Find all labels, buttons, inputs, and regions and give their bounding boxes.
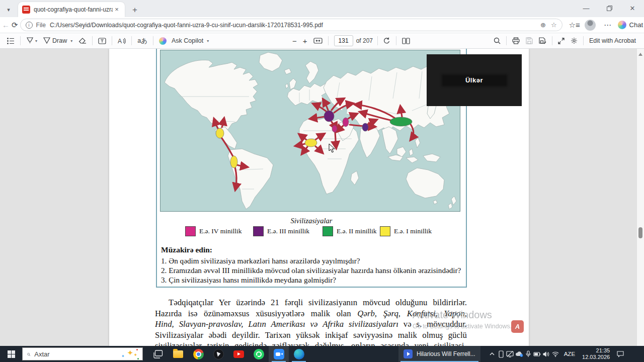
legend-label: E.ə. I minillik [394, 227, 432, 235]
browser-titlebar: ▾ quot-cografiya-quot-fanni-uzra-9 × + —… [0, 0, 644, 17]
more-menu-icon[interactable]: ⋯ [601, 18, 615, 32]
profile-avatar[interactable] [585, 20, 596, 31]
notification-center-icon[interactable] [613, 346, 628, 362]
highlighter-icon[interactable]: ▾ [23, 34, 40, 47]
phone-link-icon[interactable] [497, 346, 506, 362]
acrobat-icon[interactable]: A [511, 320, 524, 333]
close-tab-icon[interactable]: × [113, 6, 121, 14]
onedrive-cloud-icon[interactable]: i [515, 346, 524, 362]
ask-copilot-button[interactable]: Ask Copilot ▾ [156, 34, 212, 47]
microphone-icon[interactable] [524, 346, 533, 362]
url-row-actions: ☆≡ ⋯ Chat [566, 18, 644, 32]
fit-width-icon[interactable] [310, 34, 326, 47]
taskbar-clock[interactable]: 21:35 12.03.2026 [579, 347, 613, 360]
save-as-icon[interactable] [536, 34, 549, 47]
legend-label: E.ə. III minillik [267, 227, 309, 235]
minimize-button[interactable]: — [575, 0, 598, 16]
civilization-marker-west-africa [305, 139, 317, 147]
video-overlay: Ülkər [427, 54, 522, 106]
youtube-icon[interactable] [228, 346, 249, 362]
speaker-icon[interactable] [542, 346, 551, 362]
mouse-cursor-icon [329, 143, 336, 155]
translate-icon[interactable]: aあ [134, 34, 150, 47]
discussion-question: 1. Ən qədim sivilizasiya mərkəzləri hans… [161, 256, 467, 265]
legend-item: E.ə. III minillik [253, 226, 309, 236]
language-indicator[interactable]: AZE [560, 351, 579, 357]
text-box-icon[interactable] [95, 34, 109, 47]
address-bar[interactable]: i File C:/Users/Seyid/Downloads/quot-cog… [20, 19, 562, 31]
print-icon[interactable] [509, 34, 523, 47]
activate-windows-watermark: Activate Windows Go to Settings to activ… [413, 309, 512, 330]
copilot-chat-button[interactable]: Chat [618, 21, 643, 29]
legend-label: E.ə. IV minillik [199, 227, 242, 235]
eraser-icon[interactable] [75, 34, 90, 47]
legend-swatch [380, 226, 390, 236]
page-view-icon[interactable] [399, 34, 413, 47]
browser-tab[interactable]: quot-cografiya-quot-fanni-uzra-9 × [18, 2, 125, 17]
battery-icon[interactable] [533, 346, 542, 362]
display-off-icon[interactable] [506, 346, 515, 362]
close-window-button[interactable]: ✕ [621, 0, 644, 16]
draw-button[interactable]: Draw ▾ [40, 34, 75, 47]
whatsapp-icon[interactable] [249, 346, 269, 362]
taskbar: ⌕ Axtar ✦✦✦ Hilarious Will Ferrell... [0, 346, 644, 362]
system-tray: i AZE 21:35 12.03.2026 [488, 346, 628, 362]
legend-label: E.ə. II minillik [337, 227, 376, 235]
file-explorer-icon[interactable] [168, 346, 188, 362]
zoom-in-icon[interactable]: + [300, 34, 310, 47]
media-player-taskbar-button[interactable]: Hilarious Will Ferrell... [398, 346, 480, 362]
viewer-scrollbar[interactable] [636, 49, 644, 346]
table-of-contents-icon[interactable] [4, 34, 18, 47]
civilization-marker-peru [230, 156, 237, 168]
search-placeholder: Axtar [34, 350, 121, 358]
edge-icon[interactable] [289, 346, 309, 362]
chrome-icon[interactable] [188, 346, 208, 362]
discussion-block: Müzakirə edin: 1. Ən qədim sivilizasiya … [161, 245, 467, 285]
pdf-viewer[interactable]: Sivilizasiyalar E.ə. IV minillik E.ə. II… [0, 49, 644, 346]
save-icon[interactable] [523, 34, 536, 47]
favorite-star-icon[interactable]: ☆ [551, 21, 557, 29]
civilization-marker-III-millennium [324, 111, 334, 122]
draw-label: Draw [52, 37, 67, 44]
tray-chevron-icon[interactable] [488, 346, 497, 362]
page-number-input[interactable] [334, 35, 353, 46]
rotate-icon[interactable] [380, 34, 393, 47]
url-text[interactable]: C:/Users/Seyid/Downloads/quot-cografiya-… [50, 22, 535, 29]
world-map-svg [160, 50, 460, 211]
media-title: Hilarious Will Ferrell... [417, 350, 475, 357]
civilization-marker-china [390, 117, 412, 126]
dark-media-app-icon[interactable] [208, 346, 228, 362]
zoom-page-icon[interactable]: ⊕ [540, 21, 546, 29]
edit-with-acrobat-button[interactable]: Edit with Acrobat [586, 34, 639, 47]
watermark-line2: Go to Settings to activate Windows. [413, 323, 512, 330]
refresh-icon[interactable]: ⟳ [12, 18, 18, 32]
legend-swatch [185, 226, 196, 236]
favorites-bar-icon[interactable]: ☆≡ [568, 18, 582, 32]
url-scheme-label: File [36, 22, 46, 29]
tab-search-chevron-icon[interactable]: ▾ [0, 2, 17, 17]
chevron-down-icon: ▾ [70, 39, 72, 43]
start-button[interactable] [0, 346, 22, 362]
legend-item: E.ə. IV minillik [185, 226, 242, 236]
paragraph-line: Tədqiqatçılar Yer üzərində 21 fərqli siv… [155, 297, 467, 308]
scroll-up-icon[interactable] [638, 53, 642, 56]
new-tab-button[interactable]: + [128, 3, 142, 17]
page-total-label: of 207 [356, 37, 373, 44]
zoom-out-icon[interactable]: − [289, 34, 300, 47]
wifi-icon[interactable] [551, 346, 560, 362]
back-icon[interactable]: ← [2, 18, 10, 32]
legend-swatch [323, 226, 333, 236]
scrollbar-thumb[interactable] [638, 227, 642, 238]
ask-copilot-label: Ask Copilot [172, 37, 203, 44]
zoom-app-icon[interactable] [269, 346, 289, 362]
fullscreen-icon[interactable] [555, 34, 568, 47]
info-icon[interactable]: i [26, 22, 33, 29]
read-aloud-icon[interactable]: A [115, 34, 129, 47]
window-controls: — ✕ [575, 0, 644, 16]
discussion-heading: Müzakirə edin: [161, 245, 467, 254]
restore-button[interactable] [598, 0, 621, 16]
task-view-icon[interactable] [148, 346, 168, 362]
taskbar-search-input[interactable]: ⌕ Axtar ✦✦✦ [22, 347, 143, 360]
settings-gear-icon[interactable] [568, 34, 581, 47]
search-icon[interactable] [491, 34, 504, 47]
